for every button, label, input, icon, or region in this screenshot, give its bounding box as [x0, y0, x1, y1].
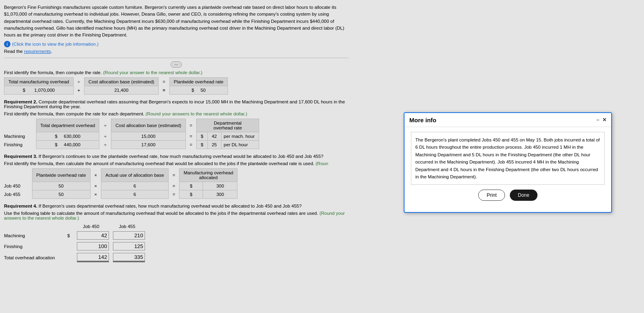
modal-title: More info: [409, 117, 437, 123]
modal-text-content: The Bergeron's plant completed Jobs 450 …: [411, 132, 605, 185]
modal-footer: Print Done: [411, 190, 605, 207]
modal-print-button[interactable]: Print: [478, 190, 505, 201]
modal-controls: − ×: [596, 116, 606, 123]
more-info-modal: More info − × The Bergeron's plant compl…: [404, 112, 612, 213]
modal-done-button[interactable]: Done: [510, 190, 537, 201]
modal-body: The Bergeron's plant completed Jobs 450 …: [405, 127, 611, 212]
modal-close-button[interactable]: ×: [603, 116, 606, 123]
modal-header: More info − ×: [405, 113, 611, 127]
modal-minimize-button[interactable]: −: [596, 117, 599, 123]
